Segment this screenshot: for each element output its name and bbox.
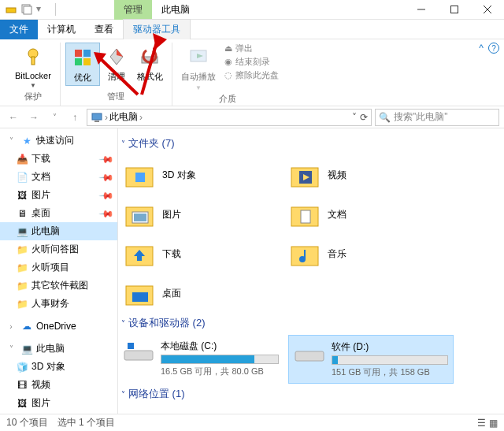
folder-icon: 📁 xyxy=(16,243,28,256)
svg-line-44 xyxy=(142,39,158,95)
drive-c-label: 本地磁盘 (C:) xyxy=(161,340,279,353)
folder-documents[interactable]: 文档 xyxy=(284,195,449,234)
annotation-arrow-2 xyxy=(134,32,173,102)
tree-downloads[interactable]: 📥下载📌 xyxy=(0,150,117,168)
eject-button[interactable]: ⏏弹出 xyxy=(224,43,279,54)
tree-3d-objects[interactable]: 🧊3D 对象 xyxy=(0,358,117,376)
svg-rect-35 xyxy=(132,292,148,302)
back-button[interactable]: ← xyxy=(5,109,22,126)
svg-rect-36 xyxy=(124,351,153,360)
folder-icon xyxy=(123,158,156,191)
folder-pictures[interactable]: 图片 xyxy=(118,195,284,234)
svg-rect-12 xyxy=(83,58,91,65)
drive-d[interactable]: 软件 (D:) 151 GB 可用，共 158 GB xyxy=(288,335,454,384)
breadcrumb-dropdown-icon[interactable]: ˅ xyxy=(352,112,357,123)
disc-icon: ◉ xyxy=(224,57,232,67)
svg-rect-37 xyxy=(128,343,134,349)
folder-icon xyxy=(288,158,321,191)
tab-view[interactable]: 查看 xyxy=(85,20,123,39)
collapse-ribbon-icon[interactable]: ^ xyxy=(479,43,484,54)
pin-icon: 📌 xyxy=(98,187,115,203)
forward-button[interactable]: → xyxy=(25,109,43,126)
autoplay-button[interactable]: 自动播放 ▼ xyxy=(177,43,220,93)
dropdown-icon[interactable]: ▾ xyxy=(36,3,49,16)
tree-folder-2[interactable]: 📁火听项目 xyxy=(0,258,117,277)
tree-this-pc[interactable]: ˅💻此电脑 xyxy=(0,340,117,358)
tree-documents[interactable]: 📄文档📌 xyxy=(0,168,117,186)
svg-rect-20 xyxy=(135,173,145,182)
large-icons-view-icon[interactable]: ▦ xyxy=(489,418,498,429)
network-section-header[interactable]: ˅ 网络位置 (1) xyxy=(118,384,496,406)
tree-onedrive[interactable]: ›☁OneDrive xyxy=(0,318,117,335)
breadcrumb[interactable]: › 此电脑 › ˅ ⟳ xyxy=(87,109,372,126)
folder-icon xyxy=(123,237,156,270)
svg-rect-0 xyxy=(6,8,16,13)
tree-desktop[interactable]: 🖥桌面📌 xyxy=(0,204,117,222)
chevron-down-icon: ˅ xyxy=(121,390,125,399)
folder-icon: 📁 xyxy=(16,262,28,274)
chevron-down-icon: ˅ xyxy=(121,319,125,328)
svg-rect-18 xyxy=(94,121,99,122)
details-view-icon[interactable]: ☰ xyxy=(477,418,486,429)
help-icon[interactable]: ? xyxy=(488,43,499,54)
manage-context-tab[interactable]: 管理 xyxy=(114,0,152,20)
refresh-icon[interactable]: ⟳ xyxy=(360,112,368,123)
window-title: 此电脑 xyxy=(152,0,199,20)
tree-pictures-2[interactable]: 🖼图片 xyxy=(0,394,117,412)
finalize-button[interactable]: ◉结束刻录 xyxy=(224,56,279,68)
tab-computer[interactable]: 计算机 xyxy=(38,20,85,39)
recent-dropdown[interactable]: ˅ xyxy=(46,109,63,126)
search-input[interactable]: 🔍 搜索"此电脑" xyxy=(375,109,499,126)
video-icon: 🎞 xyxy=(16,379,28,392)
folder-icon: 📁 xyxy=(16,280,28,292)
drive-d-usage: 151 GB 可用，共 158 GB xyxy=(332,366,448,378)
network-gateway[interactable]: 天翼网关 xyxy=(118,406,284,414)
bitlocker-button[interactable]: BitLocker ▼ xyxy=(11,43,55,91)
selection-count: 选中 1 个项目 xyxy=(57,416,115,429)
close-button[interactable] xyxy=(471,0,504,20)
folder-music[interactable]: 音乐 xyxy=(284,234,449,273)
minimize-button[interactable] xyxy=(405,0,438,20)
tree-folder-3[interactable]: 📁其它软件截图 xyxy=(0,277,117,295)
3d-icon: 🧊 xyxy=(16,361,28,373)
up-button[interactable]: ↑ xyxy=(66,109,83,126)
tree-folder-4[interactable]: 📁人事财务 xyxy=(0,295,117,313)
folder-3d-objects[interactable]: 3D 对象 xyxy=(118,155,284,195)
autoplay-icon xyxy=(186,44,211,69)
pictures-icon: 🖼 xyxy=(16,189,28,202)
svg-rect-38 xyxy=(295,351,324,361)
folder-icon xyxy=(123,198,156,231)
maximize-button[interactable] xyxy=(438,0,471,20)
app-icon xyxy=(5,3,17,16)
tree-quick-access[interactable]: ˅ ★ 快速访问 xyxy=(0,132,117,150)
svg-line-42 xyxy=(100,58,138,95)
pictures-icon: 🖼 xyxy=(16,397,28,410)
chevron-down-icon: ˅ xyxy=(5,343,17,355)
properties-icon[interactable] xyxy=(20,3,33,16)
svg-rect-17 xyxy=(92,113,102,120)
statusbar: 10 个项目 选中 1 个项目 ☰ ▦ xyxy=(0,414,504,431)
folder-icon xyxy=(123,277,156,310)
chevron-down-icon: ˅ xyxy=(5,135,17,147)
tab-file[interactable]: 文件 xyxy=(0,20,38,39)
drive-c[interactable]: 本地磁盘 (C:) 16.5 GB 可用，共 80.0 GB xyxy=(118,335,284,384)
svg-rect-9 xyxy=(75,50,82,57)
titlebar: ▾ 管理 此电脑 xyxy=(0,0,504,20)
drive-icon xyxy=(294,340,325,366)
tree-this-pc-pinned[interactable]: 💻此电脑 xyxy=(0,222,117,240)
search-icon: 🔍 xyxy=(379,112,391,123)
pc-icon: 💻 xyxy=(16,225,28,238)
folder-videos[interactable]: 视频 xyxy=(284,155,449,195)
folder-desktop[interactable]: 桌面 xyxy=(118,273,284,313)
tree-pictures[interactable]: 🖼图片📌 xyxy=(0,186,117,204)
drives-section-header[interactable]: ˅ 设备和驱动器 (2) xyxy=(118,313,496,335)
drive-icon xyxy=(123,340,154,365)
folder-downloads[interactable]: 下载 xyxy=(118,234,284,273)
folder-icon xyxy=(288,237,321,270)
svg-rect-2 xyxy=(24,6,32,14)
tree-videos[interactable]: 🎞视频 xyxy=(0,376,117,394)
folders-section-header[interactable]: ˅ 文件夹 (7) xyxy=(118,133,496,155)
sidebar: ˅ ★ 快速访问 📥下载📌 📄文档📌 🖼图片📌 🖥桌面📌 💻此电脑 📁火听问答图… xyxy=(0,128,118,414)
tree-folder-1[interactable]: 📁火听问答图 xyxy=(0,240,117,258)
erase-button[interactable]: ◌擦除此光盘 xyxy=(224,69,279,81)
